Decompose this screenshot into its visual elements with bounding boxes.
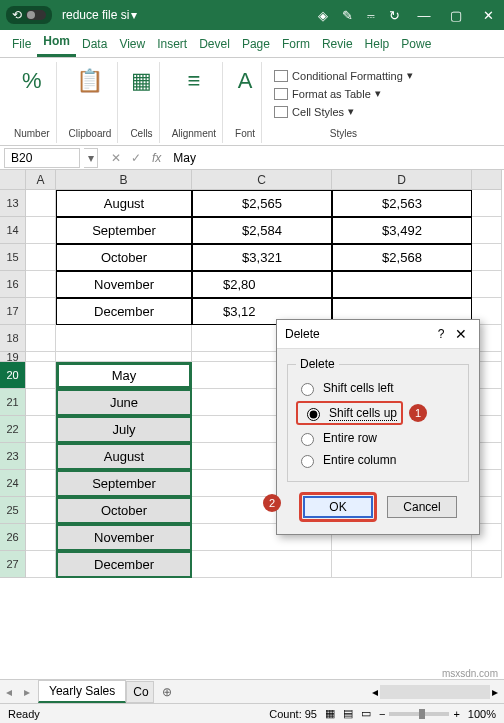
table-icon [274,88,288,100]
col-C[interactable]: C [192,170,332,190]
pen-icon[interactable]: ✎ [342,8,353,23]
ribbon-font[interactable]: AFont [229,62,262,143]
name-box[interactable]: B20 [4,148,80,168]
formula-bar: B20 ▾ ✕ ✓ fx May [0,146,504,170]
menu-bar: File Hom Data View Insert Devel Page For… [0,30,504,58]
menu-review[interactable]: Revie [316,32,359,57]
cond-format-icon [274,70,288,82]
tab-nav-next[interactable]: ▸ [18,685,36,699]
col-B[interactable]: B [56,170,192,190]
sheet-tab-co[interactable]: Co [126,681,154,703]
zoom-level[interactable]: 100% [468,708,496,720]
tab-nav-prev[interactable]: ◂ [0,685,18,699]
status-bar: Ready Count: 95 ▦ ▤ ▭ −+ 100% [0,703,504,723]
menu-data[interactable]: Data [76,32,113,57]
menu-help[interactable]: Help [359,32,396,57]
diamond-icon[interactable]: ◈ [318,8,328,23]
autosave-toggle[interactable]: ⟲ [6,6,52,24]
watermark: msxsdn.com [442,668,498,679]
menu-insert[interactable]: Insert [151,32,193,57]
circuit-icon[interactable]: ⎓ [367,8,375,23]
menu-power[interactable]: Powe [395,32,437,57]
cancel-button[interactable]: Cancel [387,496,457,518]
ribbon: %Number 📋Clipboard ▦Cells ≡Alignment AFo… [0,58,504,146]
delete-dialog: Delete ? ✕ Delete Shift cells left Shift… [276,319,480,535]
ribbon-clipboard[interactable]: 📋Clipboard [63,62,119,143]
minimize-button[interactable]: — [408,8,440,23]
callout-1: 1 [409,404,427,422]
hscroll[interactable] [380,685,490,699]
ribbon-cells[interactable]: ▦Cells [124,62,159,143]
maximize-button[interactable]: ▢ [440,8,472,23]
delete-options-group: Delete Shift cells left Shift cells up1 … [287,357,469,482]
quick-access: ◈ ✎ ⎓ ↻ [310,8,408,23]
active-cell[interactable]: May [56,362,192,389]
ribbon-number[interactable]: %Number [8,62,57,143]
dialog-title: Delete [285,327,431,341]
cell-styles[interactable]: Cell Styles ▾ [274,104,354,119]
title-bar: ⟲ reduce file si ▾ ◈ ✎ ⎓ ↻ — ▢ ✕ [0,0,504,30]
opt-entire-row[interactable]: Entire row [296,427,460,449]
close-button[interactable]: ✕ [472,8,504,23]
callout-2: 2 [263,494,281,512]
dialog-help-button[interactable]: ? [431,327,451,341]
zoom-slider[interactable]: −+ [379,708,460,720]
conditional-formatting[interactable]: Conditional Formatting ▾ [274,68,413,83]
status-ready: Ready [8,708,40,720]
sheet-tabs: ◂ ▸ Yearly Sales Co ⊕ ◂▸ [0,679,504,703]
ribbon-styles: Conditional Formatting ▾ Format as Table… [268,62,419,143]
menu-view[interactable]: View [113,32,151,57]
opt-entire-column[interactable]: Entire column [296,449,460,471]
opt-shift-left[interactable]: Shift cells left [296,377,460,399]
file-name: reduce file si [62,8,129,22]
menu-devel[interactable]: Devel [193,32,236,57]
view-normal-icon[interactable]: ▦ [325,707,335,720]
menu-form[interactable]: Form [276,32,316,57]
menu-file[interactable]: File [6,32,37,57]
menu-page[interactable]: Page [236,32,276,57]
enter-formula-icon[interactable]: ✓ [126,151,146,165]
col-E[interactable] [472,170,502,190]
dialog-close-button[interactable]: ✕ [451,326,471,342]
ok-button[interactable]: OK [303,496,373,518]
col-D[interactable]: D [332,170,472,190]
status-count: Count: 95 [269,708,317,720]
cellstyles-icon [274,106,288,118]
sheet-tab-yearly[interactable]: Yearly Sales [38,680,126,703]
add-sheet-button[interactable]: ⊕ [154,685,180,699]
refresh-icon[interactable]: ↻ [389,8,400,23]
select-all-corner[interactable] [0,170,26,190]
opt-shift-up[interactable]: Shift cells up1 [296,401,403,425]
namebox-dropdown[interactable]: ▾ [84,148,98,168]
format-as-table[interactable]: Format as Table ▾ [274,86,381,101]
formula-input[interactable]: May [167,151,504,165]
col-A[interactable]: A [26,170,56,190]
cancel-formula-icon[interactable]: ✕ [106,151,126,165]
view-break-icon[interactable]: ▭ [361,707,371,720]
menu-home[interactable]: Hom [37,29,76,57]
ribbon-alignment[interactable]: ≡Alignment [166,62,223,143]
view-layout-icon[interactable]: ▤ [343,707,353,720]
fx-icon[interactable]: fx [152,151,161,165]
